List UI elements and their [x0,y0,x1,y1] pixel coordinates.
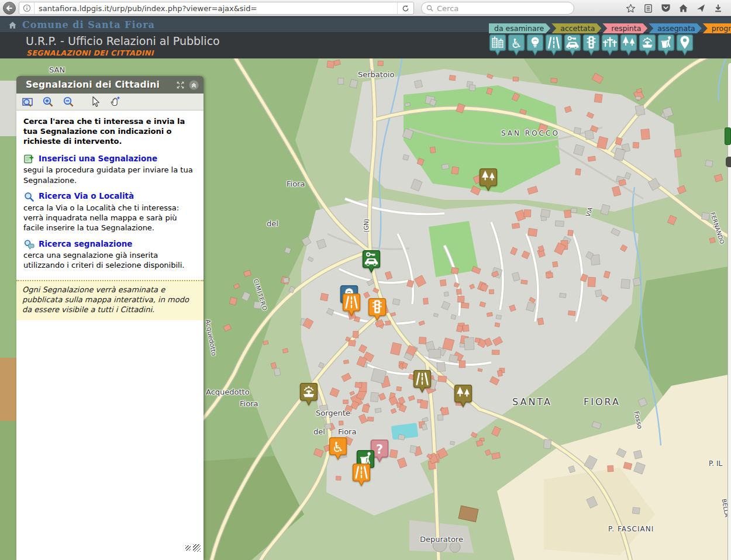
search-place-icon [23,191,35,202]
status-chip-programmata: programmata [703,23,731,33]
tool-pan-select-icon[interactable] [109,95,122,108]
tool-zoom-extent-icon[interactable] [21,95,34,108]
map-label: Depuratore [420,535,463,544]
map-marker-traffic-light[interactable] [368,298,387,322]
site-home-icon[interactable] [8,20,17,32]
pocket-icon[interactable] [658,2,673,15]
map-marker-trees[interactable] [454,384,473,408]
panel-resize-handle[interactable] [185,545,191,551]
map-label: FIORA [584,396,620,407]
category-traffic-light-icon[interactable] [582,34,600,56]
category-litter-icon[interactable] [657,34,675,56]
map-marker-trees[interactable] [479,168,498,192]
browser-toolbar: santafiora.ldpgis.it/urp/pub/index.php?v… [0,0,731,16]
map-label: del [313,427,325,436]
panel-collapse-icon[interactable] [189,80,199,90]
category-highway-icon[interactable] [545,34,563,56]
map-label: P. IL [709,459,722,468]
browser-search-field[interactable]: Cerca [421,2,574,15]
right-panel-toggle-icon[interactable] [726,157,731,167]
status-chip-respinta: respinta [602,23,647,33]
search-icon [426,5,433,12]
map-label: Sorgente [316,409,350,417]
map-label: Acquedotto [206,388,250,396]
search-report-icon [23,238,35,250]
category-wheelchair-icon[interactable] [508,34,525,56]
map-marker-fountain[interactable] [299,382,318,406]
reload-icon[interactable] [397,2,413,14]
status-chip-da-esaminare: da esaminare [489,23,550,33]
status-legend: da esaminareaccettatarespintaassegnatapr… [489,23,731,33]
panel-note: Ogni Segnalazione verrà esaminata e pubb… [16,280,204,320]
map-label: del [267,219,278,228]
site-title[interactable]: Comune di Santa Fiora [22,19,155,30]
site-info-icon[interactable] [19,2,35,14]
url-text[interactable]: santafiora.ldpgis.it/urp/pub/index.php?v… [35,4,397,13]
tool-pointer-icon[interactable] [88,95,101,108]
app-subtitle: SEGNALAZIONI DEI CITTADINI [26,49,154,57]
map-marker-car[interactable] [362,250,381,274]
tool-zoom-out-icon[interactable] [62,95,75,108]
panel-body: Cerca l'area che ti interessa e invia la… [16,110,204,320]
panel-toolbar [16,94,204,110]
panel-expand-icon[interactable] [176,81,185,89]
panel-intro-text: Cerca l'area che ti interessa e invia la… [23,116,196,146]
address-bar[interactable]: santafiora.ldpgis.it/urp/pub/index.php?v… [19,2,414,15]
category-buildings-icon[interactable] [489,34,506,56]
category-cemetery-icon[interactable] [601,34,619,56]
map-marker-highway[interactable] [342,293,361,317]
panel-header[interactable]: Segnalazioni dei Cittadini [16,76,204,94]
category-car-icon[interactable] [564,34,581,56]
status-chip-accettata: accettata [551,23,601,33]
panel-title: Segnalazioni dei Cittadini [16,79,160,90]
download-icon[interactable] [711,2,725,15]
map-label: SAN [49,65,65,74]
send-tab-icon[interactable] [694,2,708,15]
bookmark-star-icon[interactable] [623,2,637,15]
category-toolbar [489,34,694,57]
category-fountain-icon[interactable] [639,34,656,56]
home-button-icon[interactable] [676,2,690,15]
category-pin-icon[interactable] [676,34,694,56]
add-report-icon [23,153,35,164]
map-label: Fiora [338,427,356,436]
map-label: SAN ROCCO [501,129,560,137]
right-panel-marker [725,127,731,145]
map-marker-wheelchair[interactable] [329,437,347,461]
segnalazioni-panel: Segnalazioni dei Cittadini Cerca [16,76,204,560]
link-description: cerca la Via o la Località che ti intere… [23,203,196,233]
category-bulb-icon[interactable] [526,34,544,56]
map-label: P. FASCIANI [608,525,654,533]
search-placeholder: Cerca [433,4,458,13]
map-label: SANTA [512,396,552,407]
tool-zoom-in-icon[interactable] [42,95,54,108]
bookmarks-list-icon[interactable] [641,2,655,15]
link-inserisci-una-segnalazione[interactable]: Inserisci una Segnalazione [39,154,157,164]
status-chip-assegnata: assegnata [649,23,701,33]
map-label: (GN) [363,219,370,232]
map-label: Serbatoio [358,70,394,79]
category-trees-icon[interactable] [620,34,637,56]
link-description: segui la procedura guidata per inviare l… [23,165,196,185]
back-button[interactable] [3,2,16,15]
map-label: Fiora [240,399,258,408]
link-ricerca-segnalazione[interactable]: Ricerca segnalazione [39,239,133,250]
link-description: cerca una segnalazione già inserita util… [23,250,196,270]
link-ricerca-via-o-localit-[interactable]: Ricerca Via o Località [39,191,134,202]
map-label: Fiora [287,179,305,188]
application-window: ♿ [0,0,731,560]
map-marker-highway[interactable] [413,369,432,393]
map-marker-highway[interactable] [352,463,371,487]
app-title: U.R.P. - Ufficio Relazioni al Pubblico [26,34,220,47]
panel-resize-handle[interactable] [193,544,201,552]
